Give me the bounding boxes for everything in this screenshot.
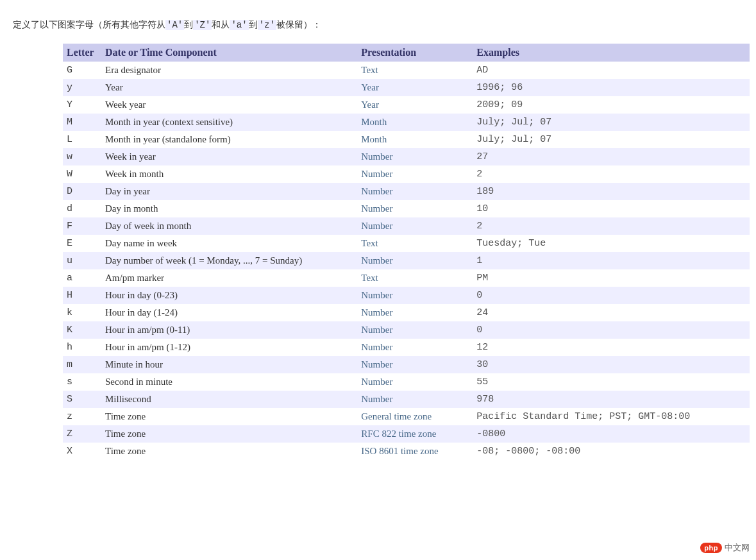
cell-component: Month in year (standalone form): [101, 131, 357, 148]
presentation-link[interactable]: Year: [361, 99, 379, 110]
cell-component: Time zone: [101, 425, 357, 443]
cell-component: Month in year (context sensitive): [101, 114, 357, 131]
table-row: YWeek yearYear2009; 09: [63, 96, 750, 114]
cell-component: Era designator: [101, 62, 357, 79]
cell-letter: Z: [63, 425, 101, 443]
cell-examples: -08; -0800; -08:00: [473, 443, 750, 460]
table-row: KHour in am/pm (0-11)Number0: [63, 321, 750, 339]
table-row: zTime zoneGeneral time zonePacific Stand…: [63, 408, 750, 425]
cell-examples: 10: [473, 200, 750, 217]
cell-presentation: Number: [357, 304, 473, 321]
presentation-link[interactable]: Number: [361, 290, 392, 300]
cell-letter: G: [63, 62, 101, 79]
cell-letter: D: [63, 183, 101, 200]
cell-examples: 1: [473, 252, 750, 269]
cell-presentation: Number: [357, 183, 473, 200]
col-letter: Letter: [63, 44, 101, 62]
cell-presentation: Number: [357, 287, 473, 304]
cell-presentation: Number: [357, 339, 473, 356]
cell-letter: L: [63, 131, 101, 148]
cell-presentation: Month: [357, 131, 473, 148]
cell-component: Hour in am/pm (1-12): [101, 339, 357, 356]
table-row: wWeek in yearNumber27: [63, 148, 750, 165]
presentation-link[interactable]: Number: [361, 394, 392, 404]
cell-presentation: Number: [357, 148, 473, 165]
presentation-link[interactable]: Number: [361, 221, 392, 231]
cell-presentation: RFC 822 time zone: [357, 425, 473, 443]
presentation-link[interactable]: RFC 822 time zone: [361, 428, 436, 439]
presentation-link[interactable]: Month: [361, 134, 387, 144]
table-row: ZTime zoneRFC 822 time zone-0800: [63, 425, 750, 443]
cell-component: Week year: [101, 96, 357, 114]
cell-component: Second in minute: [101, 373, 357, 391]
intro-seg: 到: [184, 19, 193, 30]
presentation-link[interactable]: Month: [361, 117, 387, 127]
col-component: Date or Time Component: [101, 44, 357, 62]
presentation-link[interactable]: Number: [361, 342, 392, 352]
cell-presentation: Text: [357, 62, 473, 79]
cell-letter: F: [63, 217, 101, 235]
presentation-link[interactable]: Text: [361, 65, 378, 75]
table-row: HHour in day (0-23)Number0: [63, 287, 750, 304]
presentation-link[interactable]: Number: [361, 325, 392, 335]
cell-examples: -0800: [473, 425, 750, 443]
cell-component: Minute in hour: [101, 356, 357, 373]
cell-presentation: Number: [357, 391, 473, 408]
table-row: hHour in am/pm (1-12)Number12: [63, 339, 750, 356]
cell-examples: 978: [473, 391, 750, 408]
cell-presentation: Year: [357, 96, 473, 114]
table-row: DDay in yearNumber189: [63, 183, 750, 200]
cell-presentation: Year: [357, 79, 473, 96]
cell-component: Time zone: [101, 443, 357, 460]
cell-component: Day in year: [101, 183, 357, 200]
intro-seg: 到: [249, 19, 258, 30]
presentation-link[interactable]: Number: [361, 151, 392, 162]
table-header-row: Letter Date or Time Component Presentati…: [63, 44, 750, 62]
cell-letter: K: [63, 321, 101, 339]
cell-component: Day number of week (1 = Monday, ..., 7 =…: [101, 252, 357, 269]
cell-letter: M: [63, 114, 101, 131]
cell-component: Millisecond: [101, 391, 357, 408]
table-row: yYearYear1996; 96: [63, 79, 750, 96]
cell-letter: z: [63, 408, 101, 425]
presentation-link[interactable]: Year: [361, 82, 379, 92]
presentation-link[interactable]: Number: [361, 307, 392, 318]
presentation-link[interactable]: Number: [361, 377, 392, 387]
presentation-link[interactable]: Text: [361, 273, 378, 283]
cell-letter: X: [63, 443, 101, 460]
intro-seg: 定义了以下图案字母（所有其他字符从: [13, 19, 165, 30]
cell-examples: 2: [473, 165, 750, 183]
cell-presentation: Number: [357, 321, 473, 339]
cell-examples: Pacific Standard Time; PST; GMT-08:00: [473, 408, 750, 425]
cell-letter: y: [63, 79, 101, 96]
cell-examples: PM: [473, 269, 750, 287]
presentation-link[interactable]: Number: [361, 203, 392, 214]
presentation-link[interactable]: Number: [361, 359, 392, 369]
cell-presentation: Month: [357, 114, 473, 131]
cell-component: Week in year: [101, 148, 357, 165]
col-examples: Examples: [473, 44, 750, 62]
cell-letter: W: [63, 165, 101, 183]
cell-examples: 1996; 96: [473, 79, 750, 96]
cell-letter: E: [63, 235, 101, 252]
cell-examples: AD: [473, 62, 750, 79]
presentation-link[interactable]: Text: [361, 238, 378, 248]
cell-letter: w: [63, 148, 101, 165]
presentation-link[interactable]: ISO 8601 time zone: [361, 446, 438, 456]
intro-seg: 和从: [212, 19, 230, 30]
table-row: aAm/pm markerTextPM: [63, 269, 750, 287]
presentation-link[interactable]: General time zone: [361, 411, 432, 421]
table-row: MMonth in year (context sensitive)MonthJ…: [63, 114, 750, 131]
cell-presentation: Text: [357, 235, 473, 252]
cell-examples: Tuesday; Tue: [473, 235, 750, 252]
presentation-link[interactable]: Number: [361, 169, 392, 179]
cell-examples: July; Jul; 07: [473, 114, 750, 131]
cell-examples: 12: [473, 339, 750, 356]
presentation-link[interactable]: Number: [361, 255, 392, 266]
cell-letter: m: [63, 356, 101, 373]
cell-presentation: Number: [357, 252, 473, 269]
cell-examples: 189: [473, 183, 750, 200]
cell-component: Year: [101, 79, 357, 96]
table-row: sSecond in minuteNumber55: [63, 373, 750, 391]
presentation-link[interactable]: Number: [361, 186, 392, 196]
